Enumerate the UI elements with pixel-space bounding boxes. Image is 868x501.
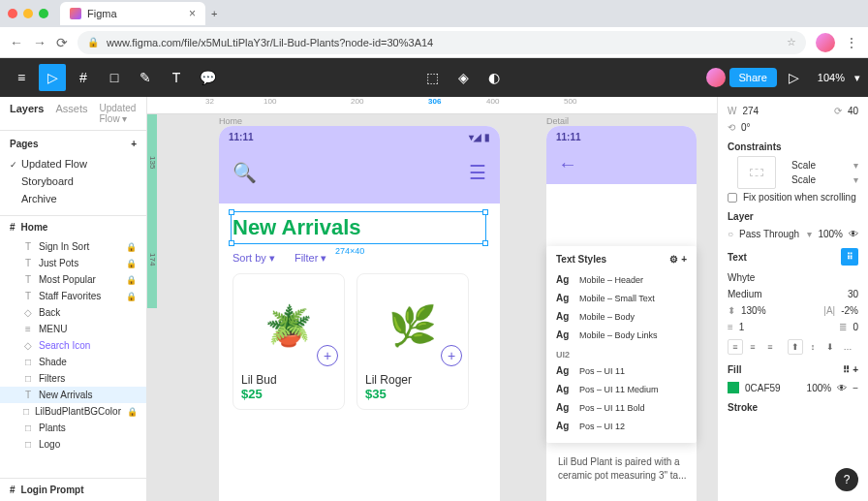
add-button: + [317, 345, 338, 366]
forward-icon[interactable]: → [33, 35, 46, 50]
frame-label-detail[interactable]: Detail [546, 116, 569, 126]
layer-item[interactable]: □Shade [0, 354, 146, 370]
minimize-window[interactable] [23, 9, 33, 18]
text-style-item[interactable]: AgPos – UI 11 [546, 361, 697, 380]
mask-icon[interactable]: ◐ [480, 64, 508, 91]
constraint-h[interactable]: Scale▾ [791, 160, 858, 171]
browser-menu-icon[interactable]: ⋮ [845, 35, 858, 50]
add-page-icon[interactable]: + [131, 139, 137, 149]
frame-label-home[interactable]: Home [219, 116, 242, 126]
help-button[interactable]: ? [835, 468, 858, 491]
letter-spacing[interactable]: -2% [841, 305, 858, 316]
settings-icon[interactable]: ⚙ [669, 254, 678, 265]
constraint-v[interactable]: Scale▾ [791, 174, 858, 185]
blend-mode[interactable]: Pass Through▾ [739, 229, 812, 239]
visibility-icon[interactable]: 👁 [849, 229, 858, 239]
width-value[interactable]: 274 [742, 106, 759, 116]
close-tab-icon[interactable]: × [189, 7, 196, 20]
zoom-level[interactable]: 104% [812, 72, 851, 83]
layer-item[interactable]: ◇Back [0, 304, 146, 321]
maximize-window[interactable] [39, 9, 48, 18]
font-weight[interactable]: Medium [728, 289, 842, 299]
fill-hex[interactable]: 0CAF59 [745, 383, 801, 393]
add-style-icon[interactable]: + [681, 254, 687, 265]
layer-item[interactable]: ◇Search Icon [0, 337, 146, 354]
rotation-value[interactable]: 0° [741, 122, 751, 133]
layer-item[interactable]: TMost Popular🔒 [0, 271, 146, 288]
shape-tool[interactable]: □ [101, 64, 128, 91]
fill-swatch[interactable] [728, 382, 739, 393]
layer-item[interactable]: □LilBudPlantBGColor🔒 [0, 403, 146, 420]
font-family[interactable]: Whyte [718, 269, 868, 286]
paragraph-indent[interactable]: 1 [739, 322, 834, 332]
layer-item[interactable]: TStaff Favorites🔒 [0, 288, 146, 304]
text-style-item[interactable]: AgPos – UI 11 Bold [546, 398, 697, 417]
add-fill-icon[interactable]: + [852, 364, 858, 375]
text-style-item[interactable]: AgMobile – Body Links [546, 326, 697, 344]
comment-tool[interactable]: 💬 [194, 64, 221, 91]
align-right-icon[interactable]: ≡ [762, 339, 778, 355]
new-tab-button[interactable]: + [211, 8, 217, 19]
text-style-item[interactable]: AgPos – UI 12 [546, 417, 697, 435]
remove-fill-icon[interactable]: − [852, 383, 858, 393]
edit-object-icon[interactable]: ⬚ [418, 64, 446, 91]
frame-tool[interactable]: # [70, 64, 97, 91]
paragraph-spacing[interactable]: 0 [852, 322, 858, 332]
bookmark-icon[interactable]: ☆ [787, 36, 796, 48]
browser-tab[interactable]: Figma × [60, 2, 205, 25]
page-item[interactable]: Storyboard [10, 172, 137, 190]
fill-visibility-icon[interactable]: 👁 [837, 383, 847, 393]
menu-icon[interactable]: ≡ [8, 64, 35, 91]
align-center-icon[interactable]: ≡ [745, 339, 760, 355]
align-left-icon[interactable]: ≡ [728, 339, 743, 355]
text-options-icon[interactable]: … [840, 339, 855, 355]
workspace: Layers Assets Updated Flow ▾ Pages + Upd… [0, 97, 868, 501]
fix-position-checkbox[interactable] [728, 193, 737, 203]
signal-icons: ▾◢ ▮ [469, 132, 490, 142]
layer-item[interactable]: TSign In Sort🔒 [0, 238, 146, 255]
text-style-item[interactable]: AgMobile – Small Text [546, 289, 697, 307]
layer-item[interactable]: ≡MENU [0, 321, 146, 337]
text-style-item[interactable]: AgPos – UI 11 Medium [546, 380, 697, 398]
constraint-widget[interactable] [737, 156, 776, 189]
layer-item[interactable]: □Plants [0, 420, 146, 436]
layer-item[interactable]: TNew Arrivals [0, 387, 146, 403]
fill-opacity[interactable]: 100% [807, 383, 832, 393]
layer-item[interactable]: □Logo [0, 436, 146, 453]
canvas[interactable]: 32 100 200 306 400 500 135174 Home Detai… [147, 97, 717, 501]
move-tool[interactable]: ▷ [39, 64, 66, 91]
share-button[interactable]: Share [729, 68, 777, 87]
text-style-item[interactable]: AgMobile – Header [546, 270, 697, 289]
flow-dropdown[interactable]: Updated Flow ▾ [100, 103, 138, 124]
align-bottom-icon[interactable]: ⬇ [822, 339, 838, 355]
tab-assets[interactable]: Assets [55, 103, 87, 124]
profile-avatar[interactable] [816, 33, 835, 52]
layer-opacity[interactable]: 100% [818, 229, 843, 239]
pen-tool[interactable]: ✎ [132, 64, 159, 91]
style-icon[interactable]: ⠿ [841, 248, 858, 266]
height-value[interactable]: 40 [848, 106, 858, 116]
present-icon[interactable]: ▷ [781, 64, 808, 91]
component-icon[interactable]: ◈ [450, 64, 477, 91]
layer-item[interactable]: TJust Pots🔒 [0, 255, 146, 271]
artboard-home[interactable]: 11:11▾◢ ▮ 🔍 ☰ New Arrivals 274×40 Sort b… [219, 126, 500, 501]
align-top-icon[interactable]: ⬆ [788, 339, 803, 355]
fill-style-icon[interactable]: ⠿ [843, 364, 850, 375]
close-window[interactable] [8, 9, 17, 18]
login-frame-item[interactable]: #Login Prompt [0, 478, 146, 501]
user-avatar[interactable] [706, 68, 726, 87]
root-frame[interactable]: Home [21, 222, 48, 233]
line-height[interactable]: 130% [741, 305, 818, 316]
page-item[interactable]: Archive [10, 190, 137, 207]
back-icon[interactable]: ← [10, 35, 23, 50]
url-field[interactable]: 🔒 www.figma.com/file/x5MuLtiPlaY3r/Lil-B… [78, 31, 806, 54]
tab-layers[interactable]: Layers [10, 103, 44, 124]
font-size[interactable]: 30 [848, 289, 858, 299]
reload-icon[interactable]: ⟳ [56, 35, 68, 50]
zoom-chevron-icon[interactable]: ▾ [854, 72, 860, 84]
align-middle-icon[interactable]: ↕ [805, 339, 821, 355]
layer-item[interactable]: □Filters [0, 370, 146, 387]
page-item[interactable]: Updated Flow [10, 155, 137, 172]
text-style-item[interactable]: AgMobile – Body [546, 307, 697, 326]
text-tool[interactable]: T [163, 64, 190, 91]
